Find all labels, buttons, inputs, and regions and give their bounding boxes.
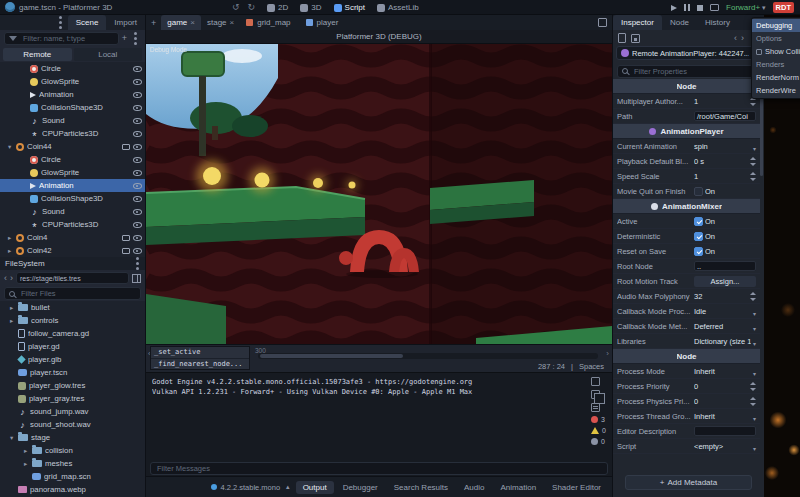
property-editor[interactable]: <empty> bbox=[694, 437, 756, 455]
scene-tree-row[interactable]: GlowSprite bbox=[0, 75, 145, 88]
bottom-panel-tab[interactable]: Output bbox=[296, 481, 334, 494]
visibility-eye-icon[interactable] bbox=[133, 181, 142, 190]
game-window-titlebar[interactable]: Platformer 3D (DEBUG) bbox=[146, 30, 612, 44]
visibility-eye-icon[interactable] bbox=[133, 142, 142, 151]
inspector-row[interactable]: Script <empty> bbox=[613, 439, 760, 454]
renderer-select[interactable]: Forward+ ▾ bbox=[726, 3, 766, 12]
main-screen-tab[interactable]: Script bbox=[334, 3, 365, 12]
dock-tab[interactable]: Scene bbox=[68, 15, 107, 30]
inspector-row[interactable]: Reset on Save On bbox=[613, 244, 760, 259]
spinner-icon[interactable] bbox=[750, 157, 756, 166]
method-hint[interactable]: _set_active bbox=[151, 347, 249, 358]
method-hint[interactable]: _find_nearest_node... bbox=[151, 358, 249, 369]
property-editor[interactable]: 1 bbox=[694, 172, 756, 181]
property-value[interactable]: .. bbox=[694, 261, 756, 271]
dock-tab[interactable]: Import bbox=[106, 15, 145, 30]
scene-tree-row[interactable]: ▾ Coin44 bbox=[0, 140, 145, 153]
source-tab[interactable]: Remote bbox=[3, 48, 72, 61]
scrollbar-thumb[interactable] bbox=[260, 354, 403, 358]
property-editor[interactable]: Assign... bbox=[694, 276, 756, 287]
stop-button[interactable] bbox=[697, 5, 703, 11]
spinner-icon[interactable] bbox=[750, 172, 756, 181]
nav-back-icon[interactable]: ‹ bbox=[4, 272, 7, 285]
scene-dock-menu-icon[interactable] bbox=[59, 21, 62, 24]
filesystem-menu-icon[interactable] bbox=[136, 262, 139, 265]
scene-tree-row[interactable]: Sound bbox=[0, 205, 145, 218]
property-value[interactable]: Idle bbox=[694, 307, 751, 316]
property-value[interactable]: On bbox=[705, 217, 756, 226]
file-row[interactable]: ▸ bullet bbox=[0, 301, 145, 314]
close-icon[interactable]: × bbox=[230, 18, 235, 27]
copy-icon[interactable] bbox=[591, 390, 600, 399]
property-filter-box[interactable] bbox=[617, 65, 760, 78]
menu-item[interactable]: Show Collision bbox=[752, 45, 800, 58]
info-count-badge[interactable]: 0 bbox=[591, 438, 605, 445]
new-scene-tab-button[interactable]: + bbox=[146, 18, 161, 28]
inspector-row[interactable]: Path /root/Game/Coi bbox=[613, 109, 760, 124]
file-row[interactable]: player_gray.tres bbox=[0, 392, 145, 405]
scene-filter-box[interactable] bbox=[4, 32, 119, 45]
split-mode-icon[interactable] bbox=[132, 274, 141, 283]
visibility-eye-icon[interactable] bbox=[133, 77, 142, 86]
dropdown-caret-icon[interactable] bbox=[753, 332, 756, 350]
inspector-row[interactable]: Node bbox=[613, 79, 760, 94]
visibility-eye-icon[interactable] bbox=[133, 103, 142, 112]
expand-arrow-icon[interactable]: ▸ bbox=[24, 460, 32, 468]
inspector-row[interactable]: Deterministic On bbox=[613, 229, 760, 244]
menu-item[interactable]: Options bbox=[752, 32, 800, 45]
dock-tab[interactable]: History bbox=[697, 15, 738, 30]
inspector-row[interactable]: Process Thread Gro... Inherit bbox=[613, 409, 760, 424]
scroll-right-icon[interactable]: › bbox=[606, 349, 609, 358]
scene-tree-row[interactable]: Sound bbox=[0, 114, 145, 127]
file-row[interactable]: ▸ controls bbox=[0, 314, 145, 327]
visibility-eye-icon[interactable] bbox=[133, 129, 142, 138]
property-editor[interactable]: /root/Game/Coi bbox=[694, 111, 756, 121]
scene-tree-row[interactable]: CollisionShape3D bbox=[0, 101, 145, 114]
property-editor[interactable]: On bbox=[694, 247, 756, 256]
close-icon[interactable]: × bbox=[190, 18, 195, 27]
visibility-eye-icon[interactable] bbox=[133, 194, 142, 203]
dropdown-caret-icon[interactable] bbox=[753, 362, 756, 380]
property-editor[interactable] bbox=[694, 426, 756, 436]
inspector-row[interactable]: AnimationMixer bbox=[613, 199, 760, 214]
filesystem-dock-header[interactable]: FileSystem bbox=[0, 257, 145, 270]
scene-tree-row[interactable]: CollisionShape3D bbox=[0, 192, 145, 205]
expand-arrow-icon[interactable]: ▸ bbox=[10, 317, 18, 325]
main-screen-tab[interactable]: 3D bbox=[300, 3, 321, 12]
indent-mode[interactable]: Spaces bbox=[579, 362, 604, 371]
scene-tree-row[interactable]: CPUParticles3D bbox=[0, 218, 145, 231]
inspector-row[interactable]: Multiplayer Author... 1 bbox=[613, 94, 760, 109]
property-editor[interactable]: 1 bbox=[694, 97, 756, 106]
dropdown-caret-icon[interactable] bbox=[753, 137, 756, 155]
visibility-eye-icon[interactable] bbox=[133, 90, 142, 99]
property-value[interactable]: On bbox=[705, 232, 756, 241]
property-value[interactable]: On bbox=[705, 247, 756, 256]
game-viewport[interactable]: Debug Mode bbox=[146, 44, 612, 344]
file-row[interactable]: ▸ collision bbox=[0, 444, 145, 457]
property-editor[interactable]: 32 bbox=[694, 292, 756, 301]
property-value[interactable]: /root/Game/Coi bbox=[694, 111, 756, 121]
inspector-row[interactable]: Speed Scale 1 bbox=[613, 169, 760, 184]
scene-tree-row[interactable]: ▸ Coin42 bbox=[0, 244, 145, 257]
add-metadata-button[interactable]: + Add Metadata bbox=[625, 475, 752, 490]
checkbox[interactable] bbox=[694, 217, 703, 226]
scene-filter-menu-icon[interactable] bbox=[134, 37, 137, 40]
history-back-icon[interactable]: ‹ bbox=[734, 33, 737, 43]
property-value[interactable]: Deferred bbox=[694, 322, 751, 331]
scene-tree-row[interactable]: Animation bbox=[0, 88, 145, 101]
property-editor[interactable]: On bbox=[694, 187, 756, 196]
visibility-eye-icon[interactable] bbox=[133, 233, 142, 242]
property-editor[interactable]: Inherit bbox=[694, 362, 756, 380]
file-row[interactable]: ▸ meshes bbox=[0, 457, 145, 470]
property-editor[interactable]: Inherit bbox=[694, 407, 756, 425]
expand-arrow-icon[interactable]: ▾ bbox=[8, 143, 16, 151]
checkbox[interactable] bbox=[694, 247, 703, 256]
new-resource-icon[interactable] bbox=[618, 33, 626, 43]
inspector-row[interactable]: Process Mode Inherit bbox=[613, 364, 760, 379]
scene-tab[interactable]: game × bbox=[161, 15, 201, 30]
property-value[interactable]: On bbox=[705, 187, 756, 196]
add-node-button[interactable]: + bbox=[122, 32, 127, 45]
movie-mode-icon[interactable] bbox=[710, 4, 719, 11]
filesystem-filter-input[interactable] bbox=[19, 288, 136, 299]
pause-button[interactable] bbox=[684, 4, 690, 11]
